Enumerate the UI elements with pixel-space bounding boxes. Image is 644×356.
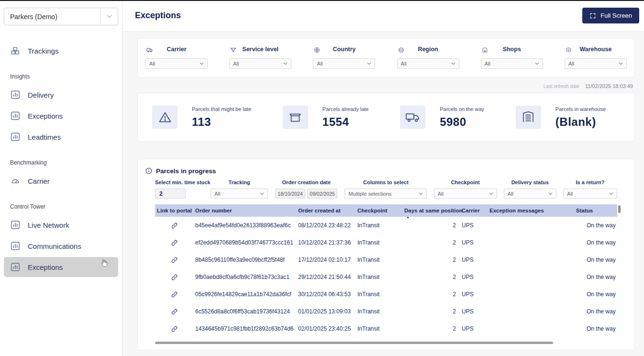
warehouse-building-icon [516,106,541,129]
is-return-filter-group: Is a return? All [563,179,617,199]
warehouse-select[interactable]: All [565,58,627,69]
min-time-stuck-input[interactable] [155,189,186,199]
sidebar-item-label: Delivery [28,91,54,99]
date-from-input[interactable] [275,189,305,199]
checkpoint-filter-group: Checkpoint All [434,179,497,199]
selected-value: All [233,61,239,67]
filter-label: Columns to select [363,179,409,185]
link-icon[interactable] [171,222,178,229]
table-header-row: Link to portal Order number Order create… [155,204,617,217]
sidebar-item-exceptions-control-tower[interactable]: Exceptions [4,257,118,277]
filter-label: Shops [481,46,543,53]
date-to-input[interactable] [307,189,337,199]
table-row[interactable]: 9fb0aebd8cf0a6cfb9c78f61b73c3ac1 29/12/2… [155,268,617,286]
checkpoint-cell: InTransit [355,239,402,246]
sidebar-item-delivery[interactable]: Delivery [4,85,118,105]
sidebar-section-insights: Insights [10,73,112,80]
service-level-select[interactable]: All [229,58,291,69]
selected-value: All [508,191,513,197]
selected-value: Multiple selections [348,191,391,197]
sidebar-item-communications[interactable]: Communications [4,236,118,256]
col-carrier[interactable]: Carrier [460,208,488,213]
col-days-at-same-position[interactable]: Days at same position ▲ [402,208,460,213]
link-icon[interactable] [171,308,178,315]
bar-chart-icon [10,262,21,272]
status-cell: On the way [574,274,617,280]
filter-region: Region All [397,45,459,69]
parcel-box-icon [283,106,308,129]
days-cell: 2 [402,308,460,315]
filter-shops: Shops All [481,45,543,69]
col-order-number[interactable]: Order number [193,208,296,213]
checkpoint-select[interactable]: All [434,189,497,199]
is-return-select[interactable]: All [563,189,617,199]
days-cell: 2 [402,325,460,332]
selected-value: All [438,191,444,197]
checkpoint-cell: InTransit [355,325,402,332]
table-row[interactable]: 05c9926fe14829cae11a1b742da36fcf 30/12/2… [155,286,617,303]
sidebar-item-label: Live Network [28,221,69,229]
section-title: Parcels in progress [156,167,216,175]
carrier-select[interactable]: All [145,58,208,69]
table-row[interactable]: 8b485c96110ffe3a9ec09bcff2f5f48f 17/12/2… [155,251,617,268]
checkpoint-cell: InTransit [355,308,402,315]
alert-triangle-icon [152,106,178,129]
shop-icon [482,46,488,53]
order-creation-date-group: Order creation date [275,179,338,199]
link-icon[interactable] [171,239,178,246]
col-link-to-portal[interactable]: Link to portal [155,208,193,213]
page-header: Exceptions Full Screen [122,0,644,32]
delivery-status-select[interactable]: All [504,189,556,199]
table-row[interactable]: b45ee4af9e54fd0e26133f88963eaf6c 08/12/2… [155,217,617,234]
link-icon[interactable] [171,256,178,264]
status-cell: On the way [574,256,617,263]
horizontal-scrollbar[interactable] [155,342,553,344]
top-accent-bar [0,0,644,1]
col-status[interactable]: Status [574,208,617,213]
filter-warehouse: Warehouse All [565,45,627,69]
columns-select[interactable]: Multiple selections [344,189,427,199]
link-icon[interactable] [171,325,178,333]
sidebar-item-label: Exceptions [28,263,63,271]
col-order-created-at[interactable]: Order created at [296,208,355,213]
link-icon[interactable] [171,274,178,281]
kpi-label: Parcels on the way [440,106,484,112]
info-icon[interactable] [145,167,152,174]
sidebar-item-exceptions-insights[interactable]: Exceptions [4,106,118,126]
link-icon[interactable] [171,291,178,298]
filter-service-level: Service level All [229,45,291,69]
checkpoint-cell: InTransit [355,274,402,280]
order-number-cell: 05c9926fe14829cae11a1b742da36fcf [193,291,296,298]
expand-icon [589,12,596,19]
sidebar-item-carrier[interactable]: Carrier [4,171,118,191]
days-cell: 2 [402,291,460,298]
global-filters-card: Carrier All Service level [137,38,635,78]
status-cell: On the way [574,222,617,229]
fullscreen-button[interactable]: Full Screen [582,8,639,23]
country-select[interactable]: All [313,58,375,69]
col-exception-messages[interactable]: Exception messages [488,208,574,213]
tracking-select[interactable]: All [211,189,268,199]
table-row[interactable]: 6c5526d8a8c0f6ff53cab19736f43124 01/01/2… [155,303,617,320]
region-select[interactable]: All [397,58,459,69]
bar-chart-icon [10,89,21,100]
shops-select[interactable]: All [481,58,543,69]
table-row[interactable]: 1434645b971c981fbb1f2892c63b74d6 02/01/2… [155,320,617,337]
col-checkpoint[interactable]: Checkpoint [355,208,402,213]
sort-ascending-icon[interactable]: ▲ [406,215,410,219]
sidebar-item-trackings[interactable]: Trackings [4,41,118,61]
sidebar-item-live-network[interactable]: Live Network [4,215,118,235]
kpi-already-late: Parcels already late 1554 [283,106,369,129]
table-row[interactable]: ef2edd4970689b54d03f746773ccc161 10/12/2… [155,234,617,251]
order-created-at-cell: 29/12/2024 21:50:44 [296,274,355,280]
org-selector-value: Parkers (Demo) [10,13,57,21]
vertical-scrollbar-thumb[interactable] [618,205,621,213]
selected-value: All [214,191,220,197]
bar-chart-icon [10,132,21,142]
days-cell: 2 [402,239,460,246]
sidebar-item-leadtimes[interactable]: Leadtimes [4,127,118,147]
order-number-cell: b45ee4af9e54fd0e26133f88963eaf6c [193,222,296,229]
selected-value: All [317,61,322,67]
parcels-title-row: Parcels in progress [145,166,617,176]
org-selector[interactable]: Parkers (Demo) [4,8,118,25]
